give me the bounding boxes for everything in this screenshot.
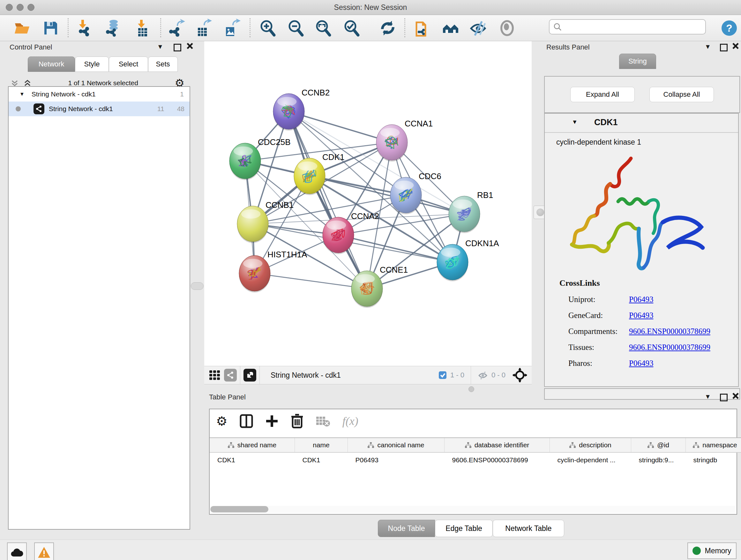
help-icon[interactable]: ? bbox=[720, 19, 738, 37]
node-CDC25B[interactable]: CDC25B bbox=[229, 137, 291, 180]
delete-column-icon[interactable] bbox=[291, 414, 304, 428]
table-cell[interactable]: CDK1 bbox=[210, 452, 295, 468]
edge-CCNE1-HIST1H1A[interactable] bbox=[255, 273, 367, 289]
cloud-icon[interactable] bbox=[7, 543, 27, 560]
search-field[interactable] bbox=[549, 19, 706, 35]
panel-close-icon[interactable] bbox=[732, 43, 739, 50]
open-in-string-icon[interactable] bbox=[414, 19, 432, 37]
network-canvas[interactable]: CCNB2CCNA1CDC25BCDK1CDC6RB1CCNB1CCNA2CDK… bbox=[204, 41, 532, 366]
column-header-sharedname[interactable]: shared name bbox=[210, 438, 295, 452]
delete-table-icon[interactable] bbox=[316, 415, 330, 427]
edge-CCNB2-CCNA1[interactable] bbox=[289, 111, 392, 142]
table-row[interactable]: CDK1CDK1P064939606.ENSP00000378699cyclin… bbox=[210, 452, 741, 468]
tab-edge-table[interactable]: Edge Table bbox=[435, 520, 493, 537]
show-hide-icon[interactable] bbox=[469, 19, 488, 37]
tab-style[interactable]: Style bbox=[75, 57, 109, 72]
node-label: CCNB1 bbox=[266, 200, 293, 210]
node-CCNB2[interactable]: CCNB2 bbox=[273, 88, 330, 131]
gene-section-header[interactable]: ▼ CDK1 bbox=[545, 114, 738, 133]
panel-dropdown-icon[interactable]: ▼ bbox=[704, 43, 711, 51]
panel-close-icon[interactable] bbox=[186, 43, 193, 50]
edge-CCNB2-CCNE1[interactable] bbox=[289, 111, 367, 289]
network-view-share-icon[interactable] bbox=[224, 369, 237, 381]
crosslink-link[interactable]: P06493 bbox=[629, 311, 653, 320]
panel-float-icon[interactable] bbox=[174, 44, 181, 51]
table-cell[interactable]: P06493 bbox=[348, 452, 445, 468]
column-header-namespace[interactable]: namespace bbox=[686, 438, 741, 452]
scrollbar-thumb[interactable] bbox=[210, 506, 268, 512]
section-expander-icon[interactable]: ▼ bbox=[572, 119, 578, 125]
table-panel-header: Table Panel ▼ bbox=[204, 391, 741, 408]
node-RB1[interactable]: RB1 bbox=[449, 190, 493, 233]
open-file-icon[interactable] bbox=[13, 19, 31, 37]
table-cell[interactable]: stringdb:9... bbox=[631, 452, 686, 468]
crosslink-link[interactable]: 9606.ENSP00000378699 bbox=[629, 343, 711, 352]
first-neighbors-icon[interactable] bbox=[442, 19, 460, 37]
tab-sets[interactable]: Sets bbox=[148, 57, 178, 72]
import-network-file-icon[interactable] bbox=[76, 19, 94, 37]
detach-view-icon[interactable] bbox=[244, 369, 256, 381]
table-horizontal-scrollbar[interactable] bbox=[210, 506, 735, 513]
refresh-icon[interactable] bbox=[379, 19, 397, 37]
warning-icon[interactable] bbox=[34, 543, 54, 560]
crosslink-link[interactable]: P06493 bbox=[629, 359, 653, 368]
export-image-icon[interactable] bbox=[222, 19, 241, 37]
network-row[interactable]: String Network - cdk1 11 48 bbox=[9, 102, 190, 116]
table-gear-icon[interactable]: ⚙ bbox=[216, 414, 227, 428]
panel-float-icon[interactable] bbox=[720, 394, 728, 401]
tree-expander-icon[interactable]: ▼ bbox=[19, 91, 24, 97]
column-header-id[interactable]: @id bbox=[631, 438, 686, 452]
column-header-description[interactable]: description bbox=[550, 438, 631, 452]
table-cell[interactable]: CDK1 bbox=[295, 452, 348, 468]
zoom-in-icon[interactable] bbox=[259, 19, 277, 37]
zoom-fit-icon[interactable] bbox=[314, 19, 333, 37]
import-table-icon[interactable] bbox=[133, 19, 152, 37]
tab-node-table[interactable]: Node Table bbox=[378, 520, 435, 537]
export-table-icon[interactable] bbox=[194, 19, 212, 37]
save-session-icon[interactable] bbox=[42, 19, 60, 37]
tab-network-table[interactable]: Network Table bbox=[493, 520, 564, 537]
tab-network[interactable]: Network bbox=[28, 57, 75, 72]
tab-string[interactable]: String bbox=[619, 54, 656, 69]
function-builder-icon[interactable]: f(x) bbox=[342, 415, 358, 428]
expand-all-button[interactable]: Expand All bbox=[570, 87, 635, 102]
zoom-selected-icon[interactable] bbox=[342, 19, 361, 37]
panel-dropdown-icon[interactable]: ▼ bbox=[157, 43, 163, 51]
show-columns-icon[interactable] bbox=[240, 414, 253, 428]
hidden-counts: 0 - 0 bbox=[491, 371, 506, 379]
table-cell[interactable]: stringdb bbox=[686, 452, 741, 468]
zoom-out-icon[interactable] bbox=[286, 19, 305, 37]
crosslink-link[interactable]: P06493 bbox=[629, 295, 653, 304]
network-collection-row[interactable]: ▼ String Network - cdk1 1 bbox=[9, 87, 190, 102]
preview-eye-icon[interactable] bbox=[498, 19, 516, 37]
column-header-name[interactable]: name bbox=[295, 438, 348, 452]
grid-view-icon[interactable] bbox=[209, 369, 221, 381]
import-network-database-icon[interactable] bbox=[104, 19, 122, 37]
node-HIST1H1A[interactable]: HIST1H1A bbox=[239, 250, 307, 293]
crosslink-link[interactable]: 9606.ENSP00000378699 bbox=[629, 327, 711, 336]
network-graph[interactable]: CCNB2CCNA1CDC25BCDK1CDC6RB1CCNB1CCNA2CDK… bbox=[204, 41, 532, 366]
export-network-icon[interactable] bbox=[167, 19, 186, 37]
memory-button[interactable]: Memory bbox=[687, 543, 737, 559]
node-CCNB1[interactable]: CCNB1 bbox=[237, 200, 293, 243]
table-cell[interactable]: cyclin-dependent ... bbox=[550, 452, 631, 468]
node-CDK1[interactable]: CDK1 bbox=[294, 152, 344, 195]
hidden-eye-icon[interactable] bbox=[477, 370, 488, 380]
search-input[interactable] bbox=[562, 23, 700, 31]
node-CDKN1A[interactable]: CDKN1A bbox=[437, 239, 499, 281]
tab-select[interactable]: Select bbox=[109, 57, 148, 72]
toolbar-separator bbox=[250, 18, 251, 37]
panel-dropdown-icon[interactable]: ▼ bbox=[704, 393, 711, 400]
left-splitter-handle[interactable] bbox=[191, 282, 204, 290]
selected-checkbox-icon[interactable] bbox=[438, 371, 447, 380]
collapse-all-button[interactable]: Collapse All bbox=[650, 87, 714, 102]
table-cell[interactable]: 9606.ENSP00000378699 bbox=[445, 452, 550, 468]
panel-float-icon[interactable] bbox=[720, 44, 728, 51]
add-column-icon[interactable] bbox=[265, 415, 279, 428]
column-header-databaseidentifier[interactable]: database identifier bbox=[445, 438, 550, 452]
edge-CCNA2-CDKN1A[interactable] bbox=[338, 235, 453, 262]
column-header-canonicalname[interactable]: canonical name bbox=[348, 438, 445, 452]
node-CDC6[interactable]: CDC6 bbox=[390, 172, 441, 214]
panel-close-icon[interactable] bbox=[732, 392, 739, 399]
fit-content-icon[interactable] bbox=[513, 368, 527, 382]
